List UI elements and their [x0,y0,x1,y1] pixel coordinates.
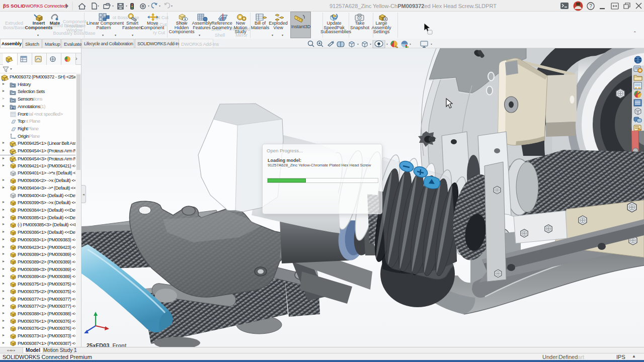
svg-text:?: ? [589,4,592,9]
svg-text:A: A [12,106,14,110]
svg-text:25xFD03_Front: 25xFD03_Front [87,342,127,347]
